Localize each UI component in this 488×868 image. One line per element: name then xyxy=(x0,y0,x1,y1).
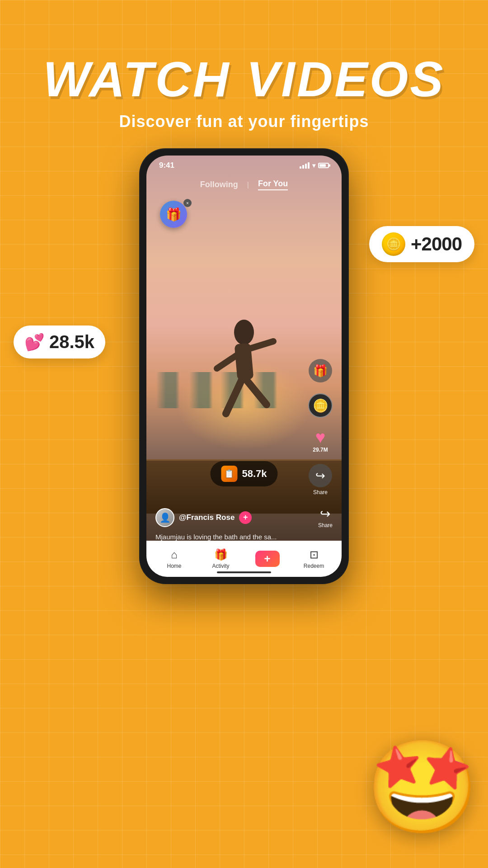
nav-redeem[interactable]: ⊡ Redeem xyxy=(291,548,337,569)
home-indicator xyxy=(217,571,271,573)
coin-icon: 🪙 xyxy=(382,232,405,256)
battery-icon xyxy=(318,163,329,168)
views-count: 58.7k xyxy=(242,468,267,480)
share-label: Share xyxy=(313,489,328,495)
share-wrap[interactable]: ↪ Share xyxy=(318,506,333,528)
nav-home-label: Home xyxy=(167,563,181,569)
top-tabs: Following | For You xyxy=(146,175,342,194)
nav-add[interactable]: + xyxy=(244,551,291,567)
status-bar: 9:41 ▾ xyxy=(146,156,342,175)
phone-container: 9:41 ▾ Following | xyxy=(140,149,348,583)
nav-activity[interactable]: 🎁 Activity xyxy=(197,548,244,569)
avatar[interactable]: 👤 xyxy=(155,508,174,527)
coin-sidebar-item[interactable]: 🪙 xyxy=(308,393,333,418)
right-sidebar: 🎁 🪙 ♥ 29.7M ↪ Share xyxy=(308,359,333,495)
share-button-icon: ↪ xyxy=(320,506,330,521)
gift-sidebar-icon: 🎁 xyxy=(309,359,332,382)
tab-for-you[interactable]: For You xyxy=(258,179,288,190)
heart-icon: ♥ xyxy=(315,429,326,446)
nav-home[interactable]: ⌂ Home xyxy=(151,548,197,569)
coin-sidebar-icon: 🪙 xyxy=(308,393,333,418)
add-button[interactable]: + xyxy=(255,551,280,567)
main-title: WATCH VIDEOS xyxy=(0,54,488,104)
video-description: Mjaumjau is loving the bath and the sa..… xyxy=(155,533,333,541)
phone-frame: 9:41 ▾ Following | xyxy=(140,149,348,583)
status-time: 9:41 xyxy=(159,161,174,170)
dancer-figure xyxy=(199,314,289,459)
follow-button[interactable]: + xyxy=(239,511,252,524)
heart-count: 29.7M xyxy=(313,447,328,453)
subtitle: Discover fun at your fingertips xyxy=(0,112,488,131)
hearts-emoji-icon: 💕 xyxy=(24,333,45,352)
phone-screen: 9:41 ▾ Following | xyxy=(146,156,342,577)
star-emoji-decoration: 🤩 xyxy=(366,735,479,841)
share-button-label: Share xyxy=(318,522,333,528)
gift-icon: 🎁 xyxy=(160,201,187,228)
creator-name[interactable]: @Francis Rose xyxy=(179,513,235,522)
views-badge: 📋 58.7k xyxy=(210,461,277,486)
share-sidebar-item[interactable]: ↪ Share xyxy=(309,464,332,495)
creator-left: 👤 @Francis Rose + xyxy=(155,508,252,527)
activity-icon: 🎁 xyxy=(214,548,228,561)
share-icon: ↪ xyxy=(309,464,332,487)
title-section: WATCH VIDEOS Discover fun at your finger… xyxy=(0,54,488,131)
views-icon: 📋 xyxy=(221,466,237,482)
nav-redeem-label: Redeem xyxy=(304,563,324,569)
gift-sidebar-item[interactable]: 🎁 xyxy=(309,359,332,382)
creator-row: 👤 @Francis Rose + ↪ Share xyxy=(155,506,333,528)
bottom-overlay: 👤 @Francis Rose + ↪ Share Mjaumjau is lo… xyxy=(146,506,342,541)
hearts-badge: 💕 28.5k xyxy=(14,326,105,359)
gift-badge[interactable]: 🎁 × xyxy=(160,201,192,232)
coin-badge: 🪙 +2000 xyxy=(369,226,474,262)
tab-following[interactable]: Following xyxy=(200,180,238,189)
home-icon: ⌂ xyxy=(171,548,178,561)
redeem-icon: ⊡ xyxy=(310,548,319,561)
coin-badge-text: +2000 xyxy=(411,233,462,255)
nav-activity-label: Activity xyxy=(212,563,229,569)
wifi-icon: ▾ xyxy=(312,162,315,169)
signal-icon xyxy=(300,162,310,169)
hearts-badge-text: 28.5k xyxy=(49,332,94,352)
close-icon[interactable]: × xyxy=(183,199,192,207)
bottom-nav: ⌂ Home 🎁 Activity + ⊡ Redeem xyxy=(146,541,342,577)
heart-sidebar-item[interactable]: ♥ 29.7M xyxy=(313,429,328,453)
status-icons: ▾ xyxy=(300,162,329,169)
